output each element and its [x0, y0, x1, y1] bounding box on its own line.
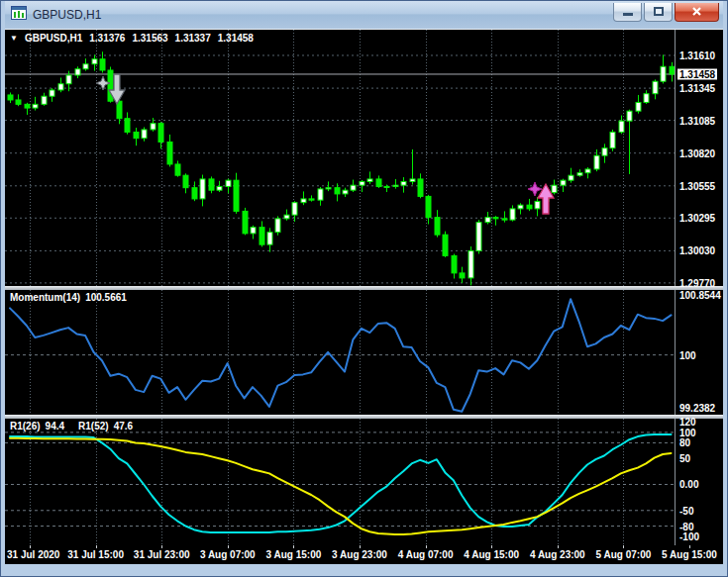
- bull-candle: [151, 124, 156, 130]
- bear-candle: [16, 100, 21, 104]
- time-axis[interactable]: 31 Jul 202031 Jul 15:0031 Jul 23:003 Aug…: [5, 545, 723, 564]
- bull-candle: [653, 81, 658, 93]
- current-price-tag: 1.31458: [677, 68, 717, 79]
- restore-button[interactable]: [644, 3, 673, 22]
- time-axis-label: 31 Jul 2020: [7, 549, 59, 560]
- indicator-axis-label: 80: [679, 437, 690, 448]
- bear-candle: [183, 175, 188, 187]
- bull-candle: [360, 181, 364, 185]
- candlestick-chart[interactable]: [5, 30, 675, 286]
- bull-candle: [561, 180, 566, 185]
- window-titlebar[interactable]: GBPUSD,H1: [5, 1, 723, 29]
- bull-candle: [318, 189, 323, 200]
- ohlc-high: 1.31563: [132, 33, 167, 44]
- time-axis-label: 3 Aug 15:00: [266, 549, 322, 560]
- bear-candle: [158, 124, 163, 143]
- window-buttons: [613, 3, 719, 22]
- bull-candle: [401, 181, 406, 185]
- momentum-name: Momentum(14): [10, 292, 80, 303]
- time-tick: [426, 545, 427, 548]
- bull-candle: [42, 96, 47, 104]
- main-chart-plot[interactable]: ▼ GBPUSD,H1 1.31376 1.31563 1.31337 1.31…: [5, 30, 675, 286]
- time-axis-label: 31 Jul 23:00: [134, 549, 190, 560]
- momentum-axis[interactable]: 100.854410099.2382: [675, 290, 723, 415]
- bull-candle: [577, 173, 582, 175]
- momentum-plot[interactable]: Momentum(14) 100.5661: [5, 290, 675, 415]
- price-panel: ▼ GBPUSD,H1 1.31376 1.31563 1.31337 1.31…: [5, 30, 723, 286]
- time-tick: [293, 545, 294, 548]
- bull-candle: [50, 90, 54, 96]
- indicator-axis-label: 120: [679, 417, 696, 428]
- price-axis-label: 1.30820: [679, 147, 715, 158]
- price-axis-label: 1.31345: [679, 83, 715, 94]
- bear-candle: [209, 179, 214, 190]
- restore-icon: [654, 7, 664, 16]
- minimize-button[interactable]: [613, 3, 642, 22]
- bull-candle: [292, 203, 297, 215]
- indicator-axis-label: 100.8544: [679, 290, 721, 301]
- bear-candle: [443, 235, 448, 255]
- bear-candle: [8, 95, 13, 100]
- bull-candle: [75, 69, 80, 75]
- bear-candle: [243, 211, 248, 233]
- time-axis-label: 31 Jul 15:00: [67, 549, 124, 560]
- minimize-icon: [623, 13, 633, 16]
- oscillator-axis[interactable]: 12010080500.00-50-80-100: [675, 419, 723, 545]
- bull-candle: [518, 205, 523, 209]
- symbol-dropdown-icon[interactable]: ▼: [10, 34, 18, 43]
- price-axis-label: 1.30555: [679, 180, 715, 191]
- time-tick: [360, 545, 361, 548]
- bear-candle: [493, 218, 498, 219]
- indicator-axis-label: 99.2382: [679, 403, 715, 414]
- momentum-chart[interactable]: [5, 290, 675, 415]
- indicator-axis-label: -100: [679, 531, 699, 542]
- bull-candle: [661, 66, 666, 81]
- bull-candle: [410, 179, 415, 181]
- indicator-axis-label: 50: [679, 453, 690, 464]
- bull-candle: [226, 180, 231, 186]
- bull-candle: [485, 218, 490, 223]
- bull-candle: [33, 104, 38, 108]
- bull-candle: [636, 102, 641, 111]
- bull-candle: [351, 185, 356, 190]
- price-axis-label: 1.30295: [679, 213, 715, 224]
- price-axis[interactable]: 1.316101.313451.310851.308201.305551.302…: [675, 30, 723, 286]
- bear-candle: [435, 218, 440, 235]
- time-tick: [689, 545, 690, 548]
- indicator-axis-label: 0.00: [679, 479, 698, 490]
- chart-ohlc-header: ▼ GBPUSD,H1 1.31376 1.31563 1.31337 1.31…: [10, 33, 254, 44]
- bull-candle: [619, 121, 624, 132]
- indicator-axis-label: 100: [679, 427, 696, 437]
- time-axis-label: 3 Aug 07:00: [200, 549, 256, 560]
- time-tick: [30, 545, 31, 548]
- time-tick: [623, 545, 624, 548]
- time-tick: [491, 545, 492, 548]
- time-axis-label: 5 Aug 07:00: [596, 549, 652, 560]
- oscillator-plot[interactable]: R1(26) 94.4 R1(52) 47.6: [5, 419, 675, 545]
- time-tick: [228, 545, 229, 548]
- bull-candle: [217, 186, 222, 190]
- bear-candle: [418, 179, 423, 196]
- bear-candle: [192, 188, 197, 199]
- oscillator-label: R1(26) 94.4 R1(52) 47.6: [10, 421, 133, 432]
- bull-candle: [301, 199, 306, 203]
- bear-candle: [134, 132, 139, 138]
- chart-symbol-period: GBPUSD,H1: [25, 33, 82, 44]
- R1(26)-line: [10, 434, 672, 532]
- bear-candle: [460, 273, 465, 278]
- close-button[interactable]: [675, 3, 719, 22]
- ohlc-low: 1.31337: [175, 33, 211, 44]
- time-tick: [161, 545, 162, 548]
- bull-candle: [468, 250, 473, 277]
- chart-content: ▼ GBPUSD,H1 1.31376 1.31563 1.31337 1.31…: [5, 29, 723, 564]
- r1-26-name: R1(26): [10, 421, 41, 432]
- time-axis-label: 3 Aug 23:00: [332, 549, 387, 560]
- bull-candle: [384, 186, 389, 187]
- bull-candle: [552, 185, 557, 192]
- bear-candle: [125, 119, 130, 133]
- R1(52)-line: [10, 438, 672, 534]
- time-axis-label: 5 Aug 15:00: [662, 549, 717, 560]
- window-title: GBPUSD,H1: [33, 8, 613, 22]
- oscillator-chart[interactable]: [5, 419, 675, 545]
- label-spacer: [69, 421, 73, 432]
